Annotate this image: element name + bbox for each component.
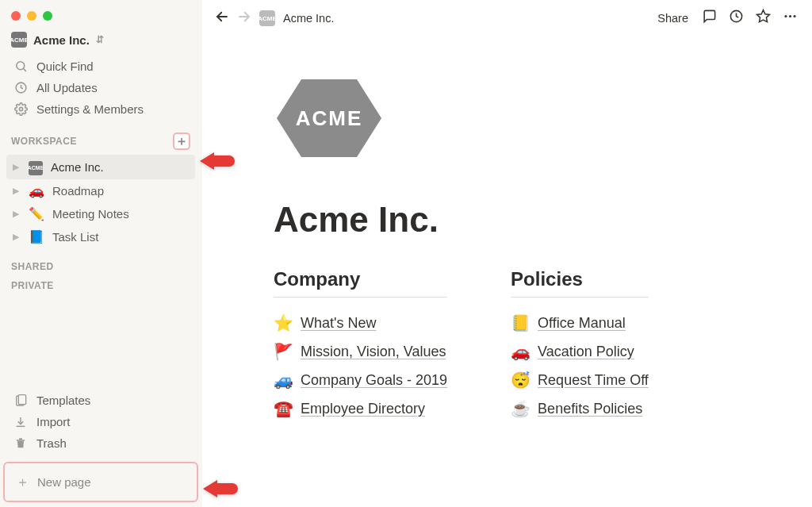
minimize-window-button[interactable] (27, 11, 36, 21)
topbar: ACME Acme Inc. Share (202, 0, 812, 36)
caret-icon[interactable]: ▶ (13, 209, 21, 219)
templates-icon (13, 394, 29, 407)
page-link-text[interactable]: Office Manual (538, 315, 626, 332)
more-menu-button[interactable] (780, 9, 799, 28)
nav-forward-button[interactable] (237, 10, 251, 28)
sidebar-page-label: Task List (52, 230, 98, 244)
sidebar-page-roadmap[interactable]: ▶🚗Roadmap (6, 179, 195, 202)
page-link-text[interactable]: Company Goals - 2019 (301, 372, 447, 389)
coffee-icon: ☕ (511, 399, 530, 418)
add-workspace-page-button[interactable]: ＋ (173, 133, 190, 150)
column-heading[interactable]: Company (274, 268, 447, 298)
templates-label: Templates (36, 394, 90, 407)
favorite-button[interactable] (753, 9, 772, 28)
page-link[interactable]: 🚙Company Goals - 2019 (274, 366, 447, 394)
download-icon (13, 416, 29, 428)
trash-label: Trash (36, 436, 67, 450)
ledger-icon: 📒 (511, 313, 530, 332)
telephone-icon: ☎️ (274, 399, 293, 418)
workspace-name: Acme Inc. (33, 33, 90, 47)
caret-icon[interactable]: ▶ (13, 186, 21, 196)
star-icon: ⭐ (274, 313, 293, 332)
svg-line-1 (23, 68, 25, 71)
workspace-logo-icon: ACME (11, 32, 27, 48)
plus-icon: ＋ (16, 473, 29, 491)
nav-back-button[interactable] (215, 10, 229, 28)
sidebar-page-label: Meeting Notes (52, 207, 129, 221)
acme-logo: ACME (29, 159, 43, 175)
svg-text:ACME: ACME (296, 106, 363, 130)
search-icon (13, 60, 29, 73)
chevron-sort-icon: ⇵ (96, 34, 104, 45)
page-link-text[interactable]: Vacation Policy (538, 344, 634, 360)
caret-icon[interactable]: ▶ (13, 162, 21, 172)
page-link-text[interactable]: What's New (301, 315, 376, 332)
page-content: ACME Acme Inc. Company⭐What's New🚩Missio… (202, 36, 812, 423)
column-company: Company⭐What's New🚩Mission, Vision, Valu… (274, 268, 447, 423)
page-icon[interactable]: ACME (274, 76, 385, 160)
templates-button[interactable]: Templates (6, 390, 195, 411)
page-link-text[interactable]: Mission, Vision, Values (301, 344, 446, 360)
page-link[interactable]: 🚗Vacation Policy (511, 337, 649, 366)
svg-rect-7 (19, 438, 22, 440)
import-label: Import (36, 415, 71, 428)
workspace-switcher[interactable]: ACME Acme Inc. ⇵ (0, 25, 201, 54)
column-policies: Policies📒Office Manual🚗Vacation Policy😴R… (511, 268, 649, 423)
sidebar-page-acme-inc-[interactable]: ▶ACMEAcme Inc. (6, 155, 195, 179)
page-link[interactable]: 😴Request Time Off (511, 366, 649, 394)
workspace-section-label: WORKSPACE (11, 136, 77, 147)
svg-point-13 (788, 15, 791, 17)
import-button[interactable]: Import (6, 411, 195, 432)
sleeping-icon: 😴 (511, 371, 530, 390)
page-link[interactable]: ⭐What's New (274, 309, 447, 337)
main: ACME Acme Inc. Share ACME Acme Inc. Comp… (202, 0, 812, 507)
svg-point-14 (793, 15, 795, 17)
sidebar-page-label: Acme Inc. (51, 160, 104, 174)
car-icon: 🚗 (511, 342, 530, 361)
window-controls (0, 6, 201, 25)
column-heading[interactable]: Policies (511, 268, 649, 298)
clock-icon (13, 81, 29, 94)
pencil-icon: ✏️ (29, 206, 44, 221)
page-link-text[interactable]: Employee Directory (301, 401, 425, 417)
trash-button[interactable]: Trash (6, 432, 195, 454)
svg-rect-5 (18, 394, 25, 404)
page-title[interactable]: Acme Inc. (274, 200, 741, 240)
settings-label: Settings & Members (36, 102, 144, 116)
book-icon: 📘 (29, 229, 44, 244)
page-link-text[interactable]: Benefits Policies (538, 401, 642, 417)
maximize-window-button[interactable] (43, 11, 52, 21)
comments-button[interactable] (699, 9, 718, 28)
new-page-label: New page (37, 475, 91, 489)
updates-button[interactable] (726, 9, 745, 28)
trash-icon (13, 437, 29, 450)
page-link[interactable]: 🚩Mission, Vision, Values (274, 337, 447, 366)
new-page-button[interactable]: ＋ New page (3, 462, 198, 502)
all-updates[interactable]: All Updates (6, 77, 195, 98)
caret-icon[interactable]: ▶ (13, 232, 21, 242)
svg-point-0 (16, 62, 24, 70)
close-window-button[interactable] (11, 11, 21, 21)
gear-icon (13, 102, 29, 116)
suv-icon: 🚙 (274, 371, 293, 390)
page-link-text[interactable]: Request Time Off (538, 372, 649, 389)
svg-point-3 (19, 107, 22, 110)
share-button[interactable]: Share (654, 9, 691, 28)
settings-members[interactable]: Settings & Members (6, 98, 195, 120)
sidebar-page-meeting-notes[interactable]: ▶✏️Meeting Notes (6, 202, 195, 225)
page-link[interactable]: 📒Office Manual (511, 309, 649, 337)
svg-marker-11 (756, 10, 769, 22)
private-section-label: PRIVATE (11, 280, 54, 291)
quick-find-label: Quick Find (36, 60, 94, 73)
svg-rect-6 (17, 440, 25, 440)
shared-section-label: SHARED (11, 261, 54, 272)
svg-point-12 (784, 15, 787, 17)
page-link[interactable]: ☎️Employee Directory (274, 394, 447, 423)
sidebar-page-task-list[interactable]: ▶📘Task List (6, 225, 195, 248)
page-link[interactable]: ☕Benefits Policies (511, 394, 649, 423)
breadcrumb-title[interactable]: Acme Inc. (283, 12, 334, 25)
quick-find[interactable]: Quick Find (6, 56, 195, 77)
car-icon: 🚗 (29, 183, 44, 198)
all-updates-label: All Updates (36, 81, 98, 94)
flag-icon: 🚩 (274, 342, 293, 361)
